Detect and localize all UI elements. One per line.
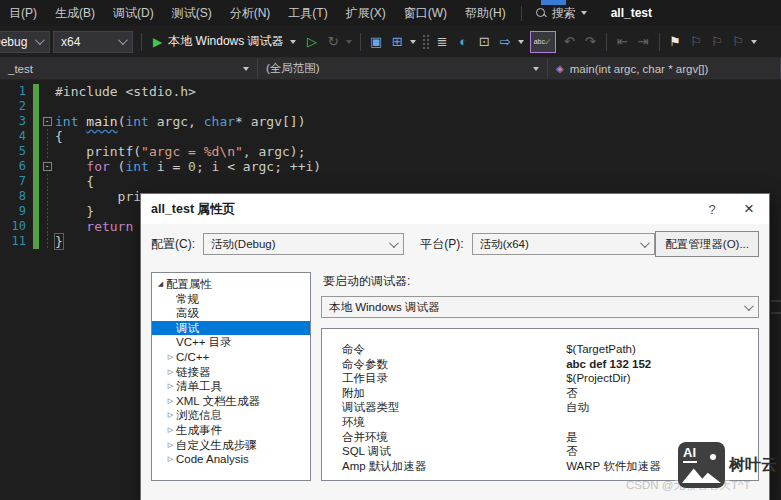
- property-row[interactable]: 调试器类型自动: [322, 400, 758, 415]
- task-list-icon[interactable]: ≣: [432, 31, 453, 53]
- expanded-arrow-icon[interactable]: ◢: [155, 277, 166, 292]
- property-value[interactable]: [566, 415, 758, 430]
- export-options-caret[interactable]: [516, 40, 527, 44]
- property-value[interactable]: $(TargetPath): [566, 342, 758, 357]
- code-token: i =: [149, 159, 188, 174]
- collapsed-arrow-icon[interactable]: ▷: [165, 423, 176, 438]
- close-button[interactable]: ×: [729, 194, 769, 224]
- menu-item[interactable]: 目(P): [0, 0, 46, 26]
- property-value[interactable]: $(ProjectDir): [566, 371, 758, 386]
- help-button[interactable]: ?: [695, 194, 729, 224]
- configuration-manager-button[interactable]: 配置管理器(O)...: [655, 231, 759, 257]
- tree-item[interactable]: ▷自定义生成步骤: [152, 438, 310, 453]
- code-line[interactable]: 5 printf("argc = %d\n", argc);: [0, 144, 781, 159]
- code-line[interactable]: 3-int main(int argc, char* argv[]): [0, 114, 781, 129]
- navigate-forward-icon[interactable]: ↷: [580, 31, 601, 53]
- collapsed-arrow-icon[interactable]: ▷: [165, 379, 176, 394]
- property-value[interactable]: abc def 132 152: [566, 357, 758, 372]
- property-value[interactable]: 是: [566, 430, 758, 445]
- tree-item[interactable]: ▷链接器: [152, 365, 310, 380]
- search-box[interactable]: 搜索: [536, 5, 587, 22]
- toolbar-drag-handle[interactable]: [422, 34, 429, 50]
- tree-item[interactable]: VC++ 目录: [152, 335, 310, 350]
- collapsed-arrow-icon[interactable]: ▷: [165, 408, 176, 423]
- tree-item[interactable]: ◢配置属性: [152, 277, 310, 292]
- collapsed-arrow-icon[interactable]: ▷: [165, 365, 176, 380]
- clear-bookmarks-icon[interactable]: ⚐: [728, 31, 749, 53]
- menu-item[interactable]: 帮助(H): [456, 0, 515, 26]
- menu-item[interactable]: 调试(D): [104, 0, 163, 26]
- tree-item[interactable]: 高级: [152, 306, 310, 321]
- dialog-titlebar[interactable]: all_test 属性页 ? ×: [141, 194, 769, 224]
- indent-icon[interactable]: ⇤: [612, 31, 633, 53]
- menu-item[interactable]: 工具(T): [279, 0, 336, 26]
- property-name: 命令参数: [322, 357, 566, 372]
- hot-reload-icon[interactable]: ↻: [323, 31, 344, 53]
- navigate-back-icon[interactable]: ↶: [559, 31, 580, 53]
- property-value[interactable]: 否: [566, 386, 758, 401]
- package-icon[interactable]: ⊡: [474, 31, 495, 53]
- property-row[interactable]: 附加否: [322, 386, 758, 401]
- platform-dropdown-dialog[interactable]: 活动(x64): [472, 233, 656, 255]
- property-row[interactable]: 命令参数abc def 132 152: [322, 357, 758, 372]
- dialog-title: all_test 属性页: [151, 201, 235, 218]
- menu-item[interactable]: 分析(N): [221, 0, 280, 26]
- fold-marker[interactable]: -: [43, 117, 52, 126]
- collapsed-arrow-icon[interactable]: ▷: [165, 452, 176, 467]
- collapsed-arrow-icon[interactable]: ▷: [165, 350, 176, 365]
- code-line[interactable]: 6- for (int i = 0; i < argc; ++i): [0, 159, 781, 174]
- open-folder-icon[interactable]: ▣: [366, 31, 387, 53]
- config-dropdown[interactable]: 活动(Debug): [203, 233, 404, 255]
- bookmark-icon[interactable]: ⚑: [665, 31, 686, 53]
- solution-config-dropdown[interactable]: Debug: [0, 31, 50, 53]
- code-line[interactable]: 2: [0, 99, 781, 114]
- scope-dropdown[interactable]: (全局范围): [258, 58, 548, 79]
- menu-bar: 目(P)生成(B)调试(D)测试(S)分析(N)工具(T)扩展(X)窗口(W)帮…: [0, 0, 781, 26]
- code-line[interactable]: 4{: [0, 129, 781, 144]
- debugger-label: 要启动的调试器:: [323, 273, 759, 290]
- watermark-logo: AI: [678, 442, 725, 488]
- collapsed-arrow-icon[interactable]: ▷: [165, 438, 176, 453]
- window-layout-icon[interactable]: ⊞: [387, 31, 408, 53]
- check-glyph: ✓: [544, 37, 552, 47]
- menu-item[interactable]: 扩展(X): [337, 0, 395, 26]
- prev-bookmark-icon[interactable]: ⚐: [686, 31, 707, 53]
- export-icon[interactable]: ⇨: [495, 31, 516, 53]
- menu-item[interactable]: 生成(B): [46, 0, 104, 26]
- collapsed-arrow-icon[interactable]: ▷: [165, 394, 176, 409]
- code-token: printf(: [55, 144, 141, 159]
- tree-item[interactable]: ▷生成事件: [152, 423, 310, 438]
- start-without-debugging-icon[interactable]: ▷: [302, 31, 323, 53]
- spellcheck-icon[interactable]: abc✓: [530, 31, 556, 53]
- tree-item[interactable]: ▷Code Analysis: [152, 452, 310, 467]
- property-value[interactable]: 自动: [566, 400, 758, 415]
- start-debugging-button[interactable]: ▶ 本地 Windows 调试器: [147, 30, 302, 54]
- debugger-dropdown[interactable]: 本地 Windows 调试器: [321, 296, 759, 318]
- file-dropdown[interactable]: _test: [0, 58, 258, 79]
- platform-dropdown[interactable]: x64: [53, 31, 133, 53]
- hot-reload-options-caret[interactable]: [344, 40, 355, 44]
- tree-item[interactable]: 常规: [152, 292, 310, 307]
- menu-item[interactable]: 测试(S): [163, 0, 221, 26]
- diagnostics-icon[interactable]: ◐: [453, 31, 474, 53]
- bookmarks-caret[interactable]: [749, 40, 760, 44]
- code-line[interactable]: 7 {: [0, 174, 781, 189]
- member-dropdown[interactable]: ◈ main(int argc, char * argv[]): [548, 58, 781, 79]
- property-row[interactable]: 工作目录$(ProjectDir): [322, 371, 758, 386]
- code-line[interactable]: 1#include <stdio.h>: [0, 84, 781, 99]
- tree-item[interactable]: ▷C/C++: [152, 350, 310, 365]
- tree-item[interactable]: 调试: [152, 321, 310, 336]
- property-row[interactable]: 环境: [322, 415, 758, 430]
- line-number: 4: [0, 129, 26, 144]
- menu-item[interactable]: 窗口(W): [395, 0, 456, 26]
- tree-item[interactable]: ▷浏览信息: [152, 408, 310, 423]
- outdent-icon[interactable]: ⇥: [633, 31, 654, 53]
- window-layout-caret[interactable]: [408, 40, 419, 44]
- fold-marker[interactable]: -: [43, 162, 52, 171]
- line-number: 5: [0, 144, 26, 159]
- property-row[interactable]: 命令$(TargetPath): [322, 342, 758, 357]
- play-icon: ▶: [153, 35, 162, 49]
- next-bookmark-icon[interactable]: ⚐: [707, 31, 728, 53]
- tree-item[interactable]: ▷清单工具: [152, 379, 310, 394]
- tree-item[interactable]: ▷XML 文档生成器: [152, 394, 310, 409]
